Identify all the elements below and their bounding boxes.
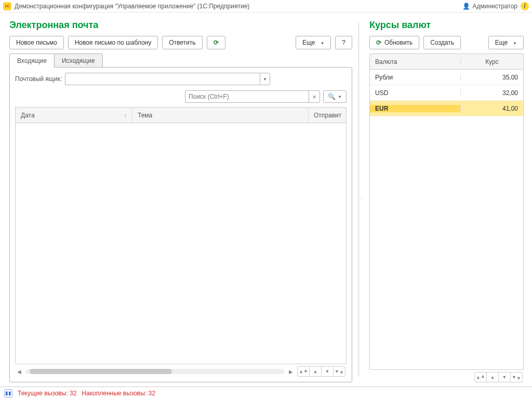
table-row[interactable]: EUR41,00 [370,101,523,116]
hscroll-right-icon[interactable]: ▶ [288,369,294,375]
search-go-button[interactable]: 🔍 ▼ [323,90,347,103]
tab-outbox[interactable]: Исходящие [54,54,103,68]
nav-up-button[interactable]: ▲ [309,366,322,377]
rates-refresh-button[interactable]: ⟳ Обновить [369,36,419,49]
app-logo-icon: 1C [3,2,11,10]
cell-rate: 35,00 [461,74,523,81]
refresh-button[interactable]: ⟳ [207,36,225,49]
window-title: Демонстрационная конфигурация "Управляем… [15,3,249,10]
cell-currency: Рубли [370,74,461,81]
tab-body: Почтовый ящик: ▼ × 🔍 ▼ [9,67,352,382]
email-toolbar: Новое письмо Новое письмо по шаблону Отв… [9,36,352,49]
hscroll-left-icon[interactable]: ◀ [16,369,22,375]
nav-top-button[interactable]: ▲▲ [474,372,487,382]
refresh-icon: ⟳ [214,39,219,46]
grid-nav-buttons: ▲▲ ▲ ▼ ▼▼ [297,366,345,377]
mailbox-input[interactable] [65,73,260,85]
col-subject[interactable]: Тема [132,108,309,123]
rates-grid[interactable]: Валюта Курс Рубли35,00USD32,00EUR41,00 [369,54,524,370]
nav-top-button[interactable]: ▲▲ [297,366,310,377]
cell-rate: 32,00 [461,89,523,97]
rates-create-button[interactable]: Создать [423,36,461,49]
mailbox-dropdown-icon[interactable]: ▼ [260,73,270,85]
rates-heading: Курсы валют [369,20,524,31]
cell-currency: EUR [370,105,461,112]
rates-nav-buttons: ▲▲ ▲ ▼ ▼▼ [474,372,523,382]
mailbox-label: Почтовый ящик: [15,75,62,83]
user-icon: 👤 [462,3,470,10]
search-clear-button[interactable]: × [309,90,320,103]
col-date[interactable]: Дата ↑ [16,108,132,123]
more-button[interactable]: Еще [296,36,331,49]
grid-body[interactable] [16,123,346,364]
tab-inbox[interactable]: Входящие [9,54,55,68]
info-icon[interactable]: i [521,2,529,10]
new-message-button[interactable]: Новое письмо [9,36,64,49]
email-grid[interactable]: Дата ↑ Тема Отправит [15,107,347,364]
rates-grid-header: Валюта Курс [370,54,523,70]
nav-down-button[interactable]: ▼ [321,366,334,377]
col-rate[interactable]: Курс [461,58,523,65]
status-icon[interactable]: ▮▮ [4,389,12,397]
col-sender[interactable]: Отправит [309,108,346,123]
hscrollbar[interactable] [25,369,285,374]
status-current-calls: Текущие вызовы: 32 [18,390,76,397]
rates-toolbar: ⟳ Обновить Создать Еще [369,36,524,49]
sort-asc-icon: ↑ [124,112,127,118]
mailbox-combo[interactable]: ▼ [65,73,270,85]
nav-bottom-button[interactable]: ▼▼ [333,366,345,377]
status-accumulated-calls: Накопленные вызовы: 32 [82,390,155,397]
nav-down-button[interactable]: ▼ [498,372,511,382]
search-input[interactable] [185,90,309,103]
nav-bottom-button[interactable]: ▼▼ [510,372,523,382]
table-row[interactable]: Рубли35,00 [370,70,523,85]
rates-grid-body[interactable]: Рубли35,00USD32,00EUR41,00 [370,70,523,369]
reply-button[interactable]: Ответить [162,36,202,49]
splitter-handle-icon[interactable]: ⋮ [359,12,364,387]
titlebar: 1C Демонстрационная конфигурация "Управл… [0,0,532,12]
cell-currency: USD [370,89,461,97]
col-currency[interactable]: Валюта [370,58,461,65]
search-icon: 🔍 [328,93,336,100]
refresh-icon: ⟳ [376,39,381,46]
nav-up-button[interactable]: ▲ [486,372,499,382]
help-button[interactable]: ? [335,36,352,49]
table-row[interactable]: USD32,00 [370,85,523,101]
new-by-template-button[interactable]: Новое письмо по шаблону [68,36,158,49]
email-tabs: Входящие Исходящие [9,54,352,68]
user-label[interactable]: 👤 Администратор [462,3,517,10]
statusbar: ▮▮ Текущие вызовы: 32 Накопленные вызовы… [0,387,532,399]
rates-more-button[interactable]: Еще [488,36,524,49]
grid-header: Дата ↑ Тема Отправит [16,108,346,123]
cell-rate: 41,00 [461,105,523,112]
user-name: Администратор [472,3,517,10]
chevron-down-icon: ▼ [338,95,342,99]
email-heading: Электронная почта [9,20,352,31]
